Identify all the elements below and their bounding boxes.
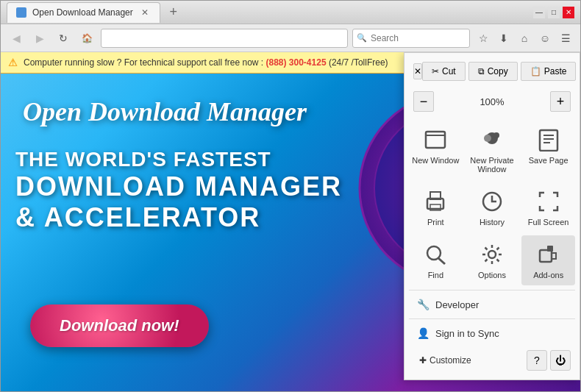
download-now-button[interactable]: Download now!	[30, 304, 209, 347]
svg-point-28	[427, 246, 441, 260]
fx-divider-2	[409, 318, 575, 319]
fx-bottom-icons: ? ⏻	[527, 350, 571, 371]
save-page-label: Save Page	[529, 156, 568, 165]
search-icon: 🔍	[357, 33, 367, 43]
bookmark-icon[interactable]: ☆	[474, 29, 492, 47]
find-label: Find	[428, 271, 443, 279]
private-window-icon	[479, 126, 505, 153]
headline: THE WORLD'S FASTEST DOWNLOAD MANAGER & A…	[15, 148, 342, 233]
fx-menu-bottom-row: ✚ Customize ? ⏻	[409, 347, 575, 374]
headline-line1: THE WORLD'S FASTEST	[15, 148, 342, 171]
customize-icon: ✚	[419, 355, 427, 366]
fx-zoom-row: − 100% +	[409, 88, 575, 115]
search-wrapper: 🔍	[352, 29, 470, 48]
fx-copy-button[interactable]: ⧉ Copy	[468, 62, 518, 81]
print-icon	[422, 188, 449, 215]
svg-point-30	[488, 251, 496, 258]
fx-history-item[interactable]: History	[466, 182, 519, 232]
tab-close-button[interactable]: ✕	[139, 7, 151, 18]
fx-options-item[interactable]: Options	[466, 235, 519, 285]
site-logo: Open Download Manager	[23, 96, 307, 127]
fx-divider-1	[409, 290, 575, 291]
fx-developer-item[interactable]: 🔧 Developer	[409, 293, 575, 316]
home-nav-icon[interactable]: ⌂	[516, 29, 533, 47]
fullscreen-icon	[535, 188, 562, 215]
fx-paste-button[interactable]: 📋 Paste	[521, 62, 577, 81]
history-icon	[479, 188, 505, 215]
fx-fullscreen-item[interactable]: Full Screen	[521, 182, 575, 232]
developer-label: Developer	[435, 299, 479, 310]
cut-icon: ✂	[432, 66, 439, 76]
headline-line2: DOWNLOAD MANAGER	[15, 171, 342, 202]
refresh-button[interactable]: ↻	[54, 29, 73, 48]
back-button[interactable]: ◀	[7, 29, 26, 48]
smiley-icon[interactable]: ☺	[536, 29, 554, 47]
svg-rect-32	[547, 246, 553, 252]
fx-help-button[interactable]: ?	[527, 350, 547, 371]
title-bar-left: Open Download Manager ✕ +	[7, 2, 533, 23]
download-icon[interactable]: ⬇	[495, 29, 513, 47]
page-content: ⚠ Computer running slow ? For technical …	[1, 52, 580, 391]
warning-phone: (888) 300-4125	[266, 57, 327, 68]
signin-icon: 👤	[416, 327, 429, 339]
print-label: Print	[427, 218, 444, 227]
signin-label: Sign in to Sync	[435, 328, 499, 339]
fx-cut-button[interactable]: ✂ Cut	[422, 62, 466, 81]
new-tab-button[interactable]: +	[163, 2, 184, 23]
svg-rect-20	[540, 130, 557, 151]
fx-power-button[interactable]: ⏻	[550, 350, 571, 371]
browser-tab[interactable]: Open Download Manager ✕	[7, 2, 160, 23]
minimize-button[interactable]: —	[533, 7, 545, 18]
address-bar[interactable]	[101, 29, 348, 48]
search-input[interactable]	[352, 29, 470, 48]
find-icon	[422, 241, 449, 268]
fx-signin-item[interactable]: 👤 Sign in to Sync	[409, 322, 575, 344]
title-bar: Open Download Manager ✕ + — □ ✕	[1, 1, 580, 24]
fx-save-page-item[interactable]: Save Page	[521, 121, 575, 179]
window-controls: — □ ✕	[533, 7, 574, 18]
fx-print-item[interactable]: Print	[409, 182, 463, 232]
tab-label: Open Download Manager	[32, 7, 133, 18]
fx-menu-close-button[interactable]: ✕	[413, 63, 422, 79]
options-label: Options	[478, 271, 506, 279]
firefox-menu: ✕ ✂ Cut ⧉ Copy 📋 Paste	[404, 52, 580, 380]
svg-rect-15	[426, 132, 445, 148]
fx-private-window-item[interactable]: New Private Window	[466, 121, 519, 179]
fx-customize-item[interactable]: ✚ Customize	[413, 352, 477, 368]
fx-menu-grid: New Window New Private Window Save Page	[409, 121, 575, 285]
customize-label: Customize	[429, 355, 471, 366]
maximize-button[interactable]: □	[548, 7, 560, 18]
new-window-icon	[422, 126, 449, 153]
menu-icon[interactable]: ☰	[557, 29, 574, 47]
warning-text: Computer running slow ? For technical su…	[24, 57, 388, 68]
browser-window: Open Download Manager ✕ + — □ ✕ ◀ ▶ ↻ 🏠 …	[0, 0, 581, 392]
addons-icon	[535, 241, 562, 268]
navigation-bar: ◀ ▶ ↻ 🏠 🔍 ☆ ⬇ ⌂ ☺ ☰	[1, 24, 580, 52]
forward-button[interactable]: ▶	[30, 29, 49, 48]
svg-point-19	[493, 132, 499, 138]
home-button[interactable]: 🏠	[77, 29, 96, 48]
private-window-label: New Private Window	[468, 156, 516, 174]
fx-find-item[interactable]: Find	[409, 235, 463, 285]
fx-addons-item[interactable]: Add-ons	[521, 235, 575, 285]
fx-new-window-item[interactable]: New Window	[409, 121, 463, 179]
fx-edit-group: ✂ Cut ⧉ Copy 📋 Paste	[422, 62, 576, 81]
options-icon	[479, 241, 505, 268]
fx-zoom-in-button[interactable]: +	[550, 91, 571, 112]
addons-label: Add-ons	[533, 271, 563, 279]
svg-rect-31	[540, 250, 552, 262]
fx-zoom-out-button[interactable]: −	[413, 91, 434, 112]
tab-favicon	[16, 7, 26, 18]
fx-zoom-value: 100%	[480, 96, 504, 107]
close-button[interactable]: ✕	[563, 7, 574, 18]
warning-icon: ⚠	[8, 57, 18, 68]
headline-line3: & ACCELERATOR	[15, 202, 342, 233]
save-page-icon	[535, 126, 562, 153]
developer-icon: 🔧	[416, 299, 429, 310]
copy-icon: ⧉	[478, 66, 485, 76]
svg-point-18	[484, 135, 491, 142]
new-window-label: New Window	[412, 156, 459, 165]
fullscreen-label: Full Screen	[528, 218, 569, 227]
website-background: ⚠ Computer running slow ? For technical …	[1, 52, 580, 391]
nav-icons: ☆ ⬇ ⌂ ☺ ☰	[474, 29, 574, 47]
